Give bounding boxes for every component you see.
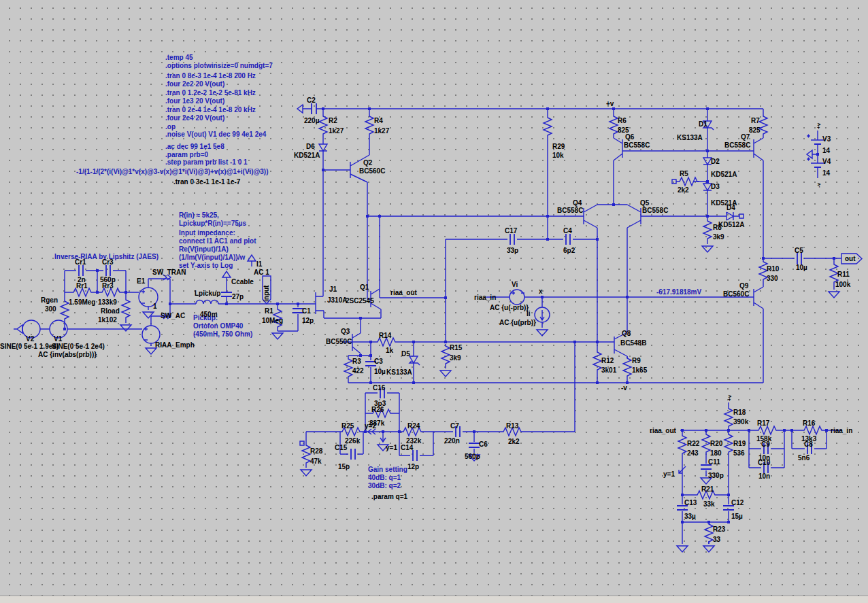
label-R23-val[interactable]: 33: [713, 536, 721, 543]
label-R9-val[interactable]: 1k65: [632, 366, 648, 374]
label-C2-val[interactable]: 220µ: [304, 117, 320, 124]
label-E1-ref[interactable]: E1: [137, 277, 146, 285]
directive-temp[interactable]: .temp 45: [165, 54, 193, 61]
label-R5-val[interactable]: 2k2: [678, 186, 689, 194]
label-R2-val[interactable]: 1k27: [329, 127, 344, 135]
label-R17-ref[interactable]: R17: [757, 419, 770, 427]
comment-imp1[interactable]: Input impedance:: [179, 229, 235, 237]
directive-noise[interactable]: .noise V(out) V1 dec 99 4e1 2e4: [165, 131, 267, 138]
label-R28-ref[interactable]: R28: [310, 447, 323, 455]
label-R5-ref[interactable]: R5: [680, 170, 688, 177]
directive-tran-200hz[interactable]: .tran 0 8e-3 1e-4 1e-8 200 Hz: [165, 72, 256, 80]
label-C1-val[interactable]: 12p: [302, 317, 314, 324]
label-C17-ref[interactable]: C17: [505, 227, 518, 235]
label-R24-ref[interactable]: R24: [407, 422, 420, 430]
label-Lpickup-val[interactable]: 450m: [200, 311, 218, 318]
label-Q8-ref[interactable]: Q8: [622, 330, 631, 337]
label-Ii-ref[interactable]: Ii: [527, 310, 531, 317]
label-Rr1-val[interactable]: 1.59Meg: [69, 298, 95, 306]
directive-four-1khz[interactable]: .four 1e3 20 V(out): [165, 97, 224, 105]
port-input-label[interactable]: input: [263, 285, 270, 302]
net-flag-plus-v-r18[interactable]: +v: [727, 394, 733, 401]
label-C9-ref[interactable]: C9: [761, 441, 770, 448]
net-flag-minus-v-v4[interactable]: -v: [816, 182, 822, 188]
port-out-label[interactable]: out: [845, 255, 856, 262]
label-D2-val[interactable]: KD521A: [711, 171, 737, 178]
directive-op[interactable]: .op: [165, 123, 176, 131]
label-J1-ref[interactable]: J1: [329, 286, 337, 293]
label-Q7-val[interactable]: BC558C: [724, 141, 750, 149]
label-R11-val[interactable]: 100k: [835, 281, 851, 288]
label-C14-val[interactable]: 12p: [407, 463, 419, 470]
label-Rgen-val[interactable]: 300: [45, 305, 56, 313]
label-D6-val[interactable]: KD521A: [294, 152, 320, 159]
directive-four-20khz[interactable]: .four 2e4 20 V(out): [165, 114, 224, 122]
net-flag-plus-v-v3[interactable]: +v: [816, 122, 822, 129]
label-y1-riaa[interactable]: y=1: [663, 470, 675, 478]
label-V1-ref[interactable]: V1: [54, 335, 63, 343]
label-R15-val[interactable]: 3k9: [450, 354, 461, 362]
label-V4-val[interactable]: 14: [822, 169, 831, 177]
label-R20-val[interactable]: 180: [710, 449, 722, 457]
label-V2-ref[interactable]: V2: [26, 335, 35, 343]
label-V1-ac[interactable]: AC {inv(abs(prb))}: [38, 351, 97, 358]
label-C15-val[interactable]: 15p: [338, 463, 350, 470]
label-D6-ref[interactable]: D6: [306, 143, 315, 150]
label-V3-ref[interactable]: V3: [822, 135, 831, 143]
directive-formula[interactable]: -1/(1-1/(2*(i(Vi)@1*v(x)@3-v(x)@1*i(Vi)@…: [76, 168, 268, 175]
label-R21-ref[interactable]: R21: [701, 485, 714, 493]
label-Q7-ref[interactable]: Q7: [741, 133, 750, 141]
label-C2-ref[interactable]: C2: [307, 97, 316, 104]
label-sw-ac[interactable]: SW_AC: [161, 312, 185, 320]
label-Ccable-val[interactable]: 27p: [232, 293, 244, 300]
net-label-riaa-in-b[interactable]: riaa_in: [831, 427, 852, 434]
label-C6-val[interactable]: 560p: [465, 453, 480, 460]
label-R7-ref[interactable]: R7: [751, 117, 760, 124]
label-R12-ref[interactable]: R12: [601, 357, 614, 364]
label-Rload-val[interactable]: 1k102: [98, 316, 117, 324]
label-C16-ref[interactable]: C16: [373, 384, 386, 392]
label-R12-val[interactable]: 3k01: [601, 366, 617, 374]
label-R19-val[interactable]: 536: [733, 449, 745, 457]
label-J1-val[interactable]: J310A: [327, 296, 347, 304]
schematic-canvas[interactable]: .temp 45 .options plotwinsize=0 numdgt=7…: [0, 0, 868, 603]
label-C7-ref[interactable]: C7: [450, 422, 459, 430]
label-R1-ref[interactable]: R1: [265, 307, 273, 315]
label-C8-ref[interactable]: C8: [804, 441, 813, 448]
directive-tran-1khz[interactable]: .tran 0 1.2e-2 1e-2 5e-81 kHz: [165, 89, 256, 97]
label-C11-ref[interactable]: C11: [708, 458, 720, 466]
label-D5-val[interactable]: KS133A: [386, 368, 412, 376]
net-label-riaa-out-b[interactable]: riaa_out: [650, 427, 677, 434]
net-label-x[interactable]: x: [539, 288, 543, 295]
label-C10-val[interactable]: 10n: [758, 472, 770, 480]
label-Q1-ref[interactable]: Q1: [360, 283, 369, 291]
net-label-riaa-out[interactable]: riaa_out: [390, 289, 418, 296]
wires-vas[interactable]: [486, 253, 841, 383]
label-R10-val[interactable]: 330: [767, 275, 778, 282]
label-Rr3-val[interactable]: 133k9: [98, 298, 117, 306]
comment-pickup2[interactable]: Ortofon OMP40: [193, 322, 244, 330]
label-Q9-val[interactable]: BC560C: [723, 290, 749, 298]
label-R8-val[interactable]: 3k9: [713, 233, 724, 241]
label-R18-ref[interactable]: R18: [733, 409, 746, 416]
label-C17-val[interactable]: 33p: [507, 247, 518, 254]
directive-four-200hz[interactable]: .four 2e2 20 V(out): [165, 80, 224, 88]
label-V1-val[interactable]: SINE(0 5e-1 2e4): [52, 343, 105, 350]
comment-rin2[interactable]: Lpickup*R(in)==75µs: [179, 220, 247, 227]
label-C13-val[interactable]: 33µ: [684, 513, 696, 520]
label-Q2-ref[interactable]: Q2: [363, 159, 373, 167]
label-C12-ref[interactable]: C12: [731, 499, 744, 506]
label-Q1-val[interactable]: 2SC2545: [346, 297, 374, 305]
label-R26-ref[interactable]: R26: [371, 406, 384, 413]
comment-gain1[interactable]: Gain setting: [368, 466, 407, 473]
label-R22-ref[interactable]: R22: [687, 440, 700, 447]
directive-step-param[interactable]: .step param prb list -1 0 1: [165, 158, 248, 166]
comment-imp5[interactable]: set Y-axis to Log: [179, 262, 233, 269]
label-D1-ref[interactable]: D1: [699, 120, 707, 128]
label-C3-ref[interactable]: C3: [374, 358, 383, 365]
label-y1-switch[interactable]: y=1: [386, 444, 397, 451]
label-R22-val[interactable]: 243: [687, 449, 699, 457]
label-R15-ref[interactable]: R15: [450, 344, 463, 351]
label-D4-ref[interactable]: D4: [727, 204, 735, 211]
label-C8-val[interactable]: 5n6: [798, 454, 810, 462]
